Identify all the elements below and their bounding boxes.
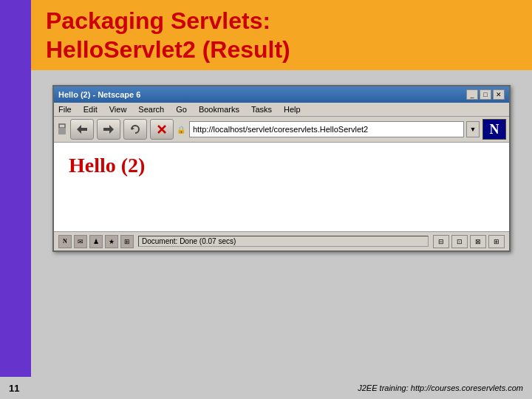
svg-rect-0 xyxy=(59,124,65,128)
menu-item-file[interactable]: File xyxy=(57,104,73,115)
slide-title: Packaging Servlets: HelloServlet2 (Resul… xyxy=(46,7,290,64)
forward-button[interactable] xyxy=(97,119,120,140)
menu-item-bookmarks[interactable]: Bookmarks xyxy=(197,104,241,115)
status-btn-2: ⊡ xyxy=(451,235,468,248)
user-icon: ♟ xyxy=(89,235,103,248)
svg-marker-2 xyxy=(77,125,87,134)
maximize-button[interactable]: □ xyxy=(480,89,491,100)
browser-titlebar: Hello (2) - Netscape 6 _ □ ✕ xyxy=(54,86,509,103)
status-text: Document: Done (0.07 secs) xyxy=(138,236,429,247)
footer-credit: J2EE training: http://courses.coreservle… xyxy=(358,383,523,392)
address-bar-container: 🔒 http://localhost/servlet/coreservlets.… xyxy=(177,121,480,137)
svg-marker-3 xyxy=(103,125,114,134)
close-button[interactable]: ✕ xyxy=(493,89,505,100)
status-btn-3: ⊠ xyxy=(470,235,486,248)
browser-content: Hello (2) xyxy=(54,143,509,231)
browser-title-text: Hello (2) - Netscape 6 xyxy=(58,90,140,99)
svg-marker-4 xyxy=(132,127,134,130)
svg-rect-1 xyxy=(58,128,66,134)
page-heading: Hello (2) xyxy=(69,154,494,177)
menu-item-tasks[interactable]: Tasks xyxy=(250,104,273,115)
address-bar[interactable]: http://localhost/servlet/coreservlets.He… xyxy=(189,121,464,137)
browser-toolbar: 🔒 http://localhost/servlet/coreservlets.… xyxy=(54,117,509,143)
status-right-icons: ⊟ ⊡ ⊠ ⊞ xyxy=(433,235,505,248)
menu-item-search[interactable]: Search xyxy=(137,104,166,115)
header: Packaging Servlets: HelloServlet2 (Resul… xyxy=(31,0,532,70)
minimize-button[interactable]: _ xyxy=(466,89,478,100)
window-controls: _ □ ✕ xyxy=(466,89,505,100)
mail-icon: ✉ xyxy=(74,235,87,248)
status-icons: N ✉ ♟ ★ ⊞ xyxy=(58,235,134,248)
browser-statusbar: N ✉ ♟ ★ ⊞ Document: Done (0.07 secs) ⊟ ⊡… xyxy=(54,231,509,250)
netscape-logo: N xyxy=(482,119,506,140)
status-btn-4: ⊞ xyxy=(488,235,505,248)
netscape-status-icon: N xyxy=(58,235,72,248)
slide-number: 11 xyxy=(9,383,19,394)
address-text: http://localhost/servlet/coreservlets.He… xyxy=(193,125,368,134)
sidebar xyxy=(0,0,31,399)
menu-item-view[interactable]: View xyxy=(108,104,129,115)
address-icon: 🔒 xyxy=(177,126,185,134)
menu-item-edit[interactable]: Edit xyxy=(82,104,99,115)
menu-item-help[interactable]: Help xyxy=(282,104,302,115)
back-button[interactable] xyxy=(70,119,94,140)
security-icon xyxy=(57,120,67,138)
main-content: Hello (2) - Netscape 6 _ □ ✕ File Edit V… xyxy=(31,70,532,377)
browser-menubar: File Edit View Search Go Bookmarks Tasks… xyxy=(54,103,509,117)
reload-button[interactable] xyxy=(123,119,147,140)
bottom-bar: 11 J2EE training: http://courses.coreser… xyxy=(0,377,532,399)
status-btn-1: ⊟ xyxy=(433,235,449,248)
star-icon: ★ xyxy=(105,235,118,248)
browser-window: Hello (2) - Netscape 6 _ □ ✕ File Edit V… xyxy=(52,85,511,252)
print-icon: ⊞ xyxy=(120,235,134,248)
menu-item-go[interactable]: Go xyxy=(174,104,188,115)
address-dropdown[interactable]: ▼ xyxy=(466,121,480,137)
stop-button[interactable] xyxy=(150,119,174,140)
